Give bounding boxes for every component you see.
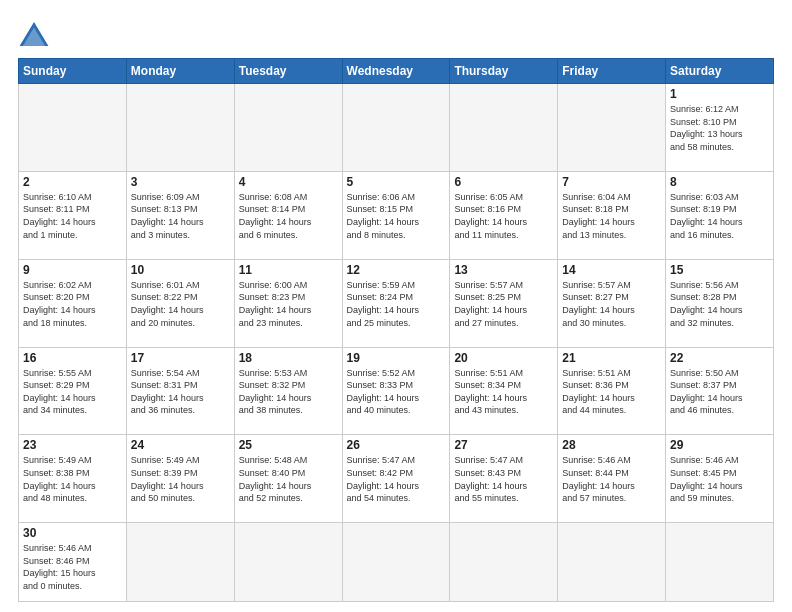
day-info: Sunrise: 6:02 AM Sunset: 8:20 PM Dayligh…	[23, 279, 122, 329]
logo	[18, 18, 54, 50]
calendar-cell: 8Sunrise: 6:03 AM Sunset: 8:19 PM Daylig…	[666, 171, 774, 259]
day-number: 21	[562, 351, 661, 365]
day-info: Sunrise: 6:04 AM Sunset: 8:18 PM Dayligh…	[562, 191, 661, 241]
day-info: Sunrise: 5:57 AM Sunset: 8:25 PM Dayligh…	[454, 279, 553, 329]
day-info: Sunrise: 5:53 AM Sunset: 8:32 PM Dayligh…	[239, 367, 338, 417]
calendar-cell: 1Sunrise: 6:12 AM Sunset: 8:10 PM Daylig…	[666, 84, 774, 172]
calendar-cell	[234, 523, 342, 602]
day-number: 28	[562, 438, 661, 452]
calendar-cell	[126, 84, 234, 172]
calendar-cell: 17Sunrise: 5:54 AM Sunset: 8:31 PM Dayli…	[126, 347, 234, 435]
day-info: Sunrise: 5:51 AM Sunset: 8:34 PM Dayligh…	[454, 367, 553, 417]
calendar-cell: 16Sunrise: 5:55 AM Sunset: 8:29 PM Dayli…	[19, 347, 127, 435]
calendar-cell: 22Sunrise: 5:50 AM Sunset: 8:37 PM Dayli…	[666, 347, 774, 435]
weekday-header: Thursday	[450, 59, 558, 84]
page: SundayMondayTuesdayWednesdayThursdayFrid…	[0, 0, 792, 612]
weekday-header: Monday	[126, 59, 234, 84]
day-number: 2	[23, 175, 122, 189]
calendar-cell: 29Sunrise: 5:46 AM Sunset: 8:45 PM Dayli…	[666, 435, 774, 523]
day-info: Sunrise: 5:48 AM Sunset: 8:40 PM Dayligh…	[239, 454, 338, 504]
calendar-cell	[126, 523, 234, 602]
day-info: Sunrise: 5:47 AM Sunset: 8:42 PM Dayligh…	[347, 454, 446, 504]
day-number: 27	[454, 438, 553, 452]
calendar-cell	[666, 523, 774, 602]
day-info: Sunrise: 5:50 AM Sunset: 8:37 PM Dayligh…	[670, 367, 769, 417]
calendar-cell	[234, 84, 342, 172]
day-number: 15	[670, 263, 769, 277]
day-number: 6	[454, 175, 553, 189]
calendar-cell: 6Sunrise: 6:05 AM Sunset: 8:16 PM Daylig…	[450, 171, 558, 259]
day-number: 19	[347, 351, 446, 365]
weekday-header: Friday	[558, 59, 666, 84]
day-number: 13	[454, 263, 553, 277]
day-number: 4	[239, 175, 338, 189]
calendar-cell: 18Sunrise: 5:53 AM Sunset: 8:32 PM Dayli…	[234, 347, 342, 435]
day-number: 17	[131, 351, 230, 365]
day-info: Sunrise: 5:49 AM Sunset: 8:38 PM Dayligh…	[23, 454, 122, 504]
calendar-cell: 11Sunrise: 6:00 AM Sunset: 8:23 PM Dayli…	[234, 259, 342, 347]
calendar-week-row: 2Sunrise: 6:10 AM Sunset: 8:11 PM Daylig…	[19, 171, 774, 259]
calendar-cell: 13Sunrise: 5:57 AM Sunset: 8:25 PM Dayli…	[450, 259, 558, 347]
calendar-week-row: 30Sunrise: 5:46 AM Sunset: 8:46 PM Dayli…	[19, 523, 774, 602]
calendar-cell: 24Sunrise: 5:49 AM Sunset: 8:39 PM Dayli…	[126, 435, 234, 523]
logo-icon	[18, 18, 50, 50]
day-number: 8	[670, 175, 769, 189]
calendar-week-row: 9Sunrise: 6:02 AM Sunset: 8:20 PM Daylig…	[19, 259, 774, 347]
day-info: Sunrise: 5:51 AM Sunset: 8:36 PM Dayligh…	[562, 367, 661, 417]
day-number: 25	[239, 438, 338, 452]
day-info: Sunrise: 5:46 AM Sunset: 8:45 PM Dayligh…	[670, 454, 769, 504]
day-info: Sunrise: 5:47 AM Sunset: 8:43 PM Dayligh…	[454, 454, 553, 504]
calendar-cell: 4Sunrise: 6:08 AM Sunset: 8:14 PM Daylig…	[234, 171, 342, 259]
calendar-cell: 21Sunrise: 5:51 AM Sunset: 8:36 PM Dayli…	[558, 347, 666, 435]
day-info: Sunrise: 6:01 AM Sunset: 8:22 PM Dayligh…	[131, 279, 230, 329]
calendar-week-row: 16Sunrise: 5:55 AM Sunset: 8:29 PM Dayli…	[19, 347, 774, 435]
day-info: Sunrise: 5:46 AM Sunset: 8:44 PM Dayligh…	[562, 454, 661, 504]
day-number: 26	[347, 438, 446, 452]
calendar-cell	[19, 84, 127, 172]
day-info: Sunrise: 5:56 AM Sunset: 8:28 PM Dayligh…	[670, 279, 769, 329]
day-number: 1	[670, 87, 769, 101]
weekday-header: Saturday	[666, 59, 774, 84]
day-info: Sunrise: 5:55 AM Sunset: 8:29 PM Dayligh…	[23, 367, 122, 417]
day-number: 9	[23, 263, 122, 277]
day-info: Sunrise: 6:12 AM Sunset: 8:10 PM Dayligh…	[670, 103, 769, 153]
day-info: Sunrise: 6:10 AM Sunset: 8:11 PM Dayligh…	[23, 191, 122, 241]
weekday-header: Wednesday	[342, 59, 450, 84]
day-number: 22	[670, 351, 769, 365]
day-number: 3	[131, 175, 230, 189]
calendar-cell: 14Sunrise: 5:57 AM Sunset: 8:27 PM Dayli…	[558, 259, 666, 347]
calendar-table: SundayMondayTuesdayWednesdayThursdayFrid…	[18, 58, 774, 602]
day-number: 18	[239, 351, 338, 365]
day-number: 12	[347, 263, 446, 277]
day-number: 10	[131, 263, 230, 277]
weekday-header: Sunday	[19, 59, 127, 84]
calendar-cell: 3Sunrise: 6:09 AM Sunset: 8:13 PM Daylig…	[126, 171, 234, 259]
calendar-cell: 20Sunrise: 5:51 AM Sunset: 8:34 PM Dayli…	[450, 347, 558, 435]
calendar-cell	[342, 523, 450, 602]
calendar-week-row: 23Sunrise: 5:49 AM Sunset: 8:38 PM Dayli…	[19, 435, 774, 523]
calendar-cell: 27Sunrise: 5:47 AM Sunset: 8:43 PM Dayli…	[450, 435, 558, 523]
day-number: 24	[131, 438, 230, 452]
weekday-header: Tuesday	[234, 59, 342, 84]
day-info: Sunrise: 5:54 AM Sunset: 8:31 PM Dayligh…	[131, 367, 230, 417]
day-number: 5	[347, 175, 446, 189]
calendar-cell: 5Sunrise: 6:06 AM Sunset: 8:15 PM Daylig…	[342, 171, 450, 259]
calendar-cell	[342, 84, 450, 172]
day-number: 23	[23, 438, 122, 452]
header	[18, 18, 774, 50]
calendar-cell	[558, 523, 666, 602]
day-number: 14	[562, 263, 661, 277]
day-number: 16	[23, 351, 122, 365]
calendar-cell: 28Sunrise: 5:46 AM Sunset: 8:44 PM Dayli…	[558, 435, 666, 523]
calendar-cell: 15Sunrise: 5:56 AM Sunset: 8:28 PM Dayli…	[666, 259, 774, 347]
calendar-cell: 19Sunrise: 5:52 AM Sunset: 8:33 PM Dayli…	[342, 347, 450, 435]
calendar-cell: 7Sunrise: 6:04 AM Sunset: 8:18 PM Daylig…	[558, 171, 666, 259]
calendar-cell: 30Sunrise: 5:46 AM Sunset: 8:46 PM Dayli…	[19, 523, 127, 602]
calendar-header-row: SundayMondayTuesdayWednesdayThursdayFrid…	[19, 59, 774, 84]
calendar-cell: 25Sunrise: 5:48 AM Sunset: 8:40 PM Dayli…	[234, 435, 342, 523]
calendar-cell: 2Sunrise: 6:10 AM Sunset: 8:11 PM Daylig…	[19, 171, 127, 259]
calendar-cell	[558, 84, 666, 172]
calendar-cell: 26Sunrise: 5:47 AM Sunset: 8:42 PM Dayli…	[342, 435, 450, 523]
day-number: 30	[23, 526, 122, 540]
day-info: Sunrise: 6:06 AM Sunset: 8:15 PM Dayligh…	[347, 191, 446, 241]
